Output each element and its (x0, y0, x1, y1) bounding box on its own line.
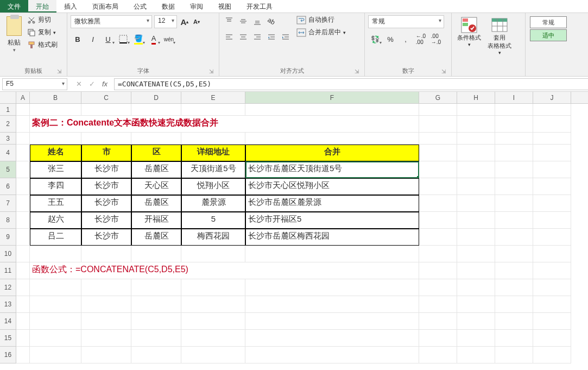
col-header-B[interactable]: B (30, 92, 81, 103)
cell[interactable] (16, 116, 30, 133)
cell[interactable] (457, 246, 495, 262)
cell[interactable] (30, 313, 81, 330)
table-cell[interactable]: 天心区 (131, 178, 181, 195)
cell[interactable] (419, 133, 457, 145)
tab-view[interactable]: 视图 (211, 0, 239, 12)
cell[interactable] (495, 296, 533, 313)
cell[interactable] (30, 347, 81, 363)
cell[interactable] (457, 347, 495, 363)
cell[interactable] (419, 296, 457, 313)
cell[interactable] (245, 296, 419, 313)
cell[interactable] (16, 195, 30, 212)
clipboard-launcher-icon[interactable]: ⇲ (56, 68, 62, 75)
table-cell[interactable]: 李四 (30, 178, 81, 195)
cell[interactable] (81, 313, 131, 330)
cell[interactable] (30, 133, 81, 145)
cell[interactable] (419, 195, 457, 212)
cell[interactable] (495, 116, 533, 133)
dec-decimal-button[interactable]: .00→.0 (429, 33, 443, 46)
table-cell[interactable]: 梅西花园 (181, 229, 245, 246)
cell[interactable] (131, 347, 181, 363)
table-cell[interactable]: 开福区 (131, 212, 181, 229)
row-header-7[interactable]: 7 (0, 195, 16, 212)
row-header-5[interactable]: 5 (0, 161, 16, 178)
row-header-9[interactable]: 9 (0, 229, 16, 246)
tab-home[interactable]: 开始 (28, 0, 56, 12)
wrap-text-button[interactable]: 自动换行 (296, 15, 346, 24)
font-color-button[interactable]: A (147, 33, 161, 46)
cell[interactable] (16, 279, 30, 296)
paste-button[interactable]: 粘贴 ▾ (3, 15, 25, 66)
cell[interactable] (16, 296, 30, 313)
style-normal[interactable]: 常规 (530, 16, 567, 28)
table-header[interactable]: 区 (131, 145, 181, 161)
row-header-2[interactable]: 2 (0, 116, 16, 133)
table-cell[interactable]: 麓景源 (181, 195, 245, 212)
cancel-formula-icon[interactable]: ✕ (73, 78, 85, 90)
cell[interactable] (533, 246, 571, 262)
tab-dev[interactable]: 开发工具 (239, 0, 280, 12)
title-cell[interactable]: 案例二：Concatente文本函数快速完成数据合并 (30, 116, 419, 133)
cell[interactable] (457, 133, 495, 145)
cell[interactable] (16, 104, 30, 116)
align-center-button[interactable] (237, 32, 250, 43)
italic-button[interactable]: I (86, 33, 100, 46)
font-launcher-icon[interactable]: ⇲ (208, 68, 214, 75)
number-launcher-icon[interactable]: ⇲ (440, 68, 447, 75)
col-header-J[interactable]: J (533, 92, 571, 103)
table-cell[interactable]: 长沙市 (81, 161, 131, 178)
fill-color-button[interactable]: 🪣 (131, 33, 146, 46)
bold-button[interactable]: B (71, 33, 85, 46)
font-name-combo[interactable]: 微软雅黑 (71, 15, 152, 28)
cell[interactable] (457, 229, 495, 246)
row-header-11[interactable]: 11 (0, 262, 16, 279)
table-cell[interactable]: 王五 (30, 195, 81, 212)
col-header-E[interactable]: E (181, 92, 245, 103)
cell[interactable] (419, 347, 457, 363)
cell[interactable] (457, 262, 495, 279)
col-header-A[interactable]: A (16, 92, 30, 103)
cell[interactable] (30, 330, 81, 347)
cell[interactable] (495, 229, 533, 246)
cell[interactable] (81, 296, 131, 313)
cell[interactable] (457, 161, 495, 178)
cell[interactable] (533, 145, 571, 161)
row-header-3[interactable]: 3 (0, 133, 16, 145)
row-header-15[interactable]: 15 (0, 330, 16, 347)
cell[interactable] (533, 104, 571, 116)
row-header-16[interactable]: 16 (0, 347, 16, 363)
cell[interactable] (419, 161, 457, 178)
cell[interactable] (16, 145, 30, 161)
cell[interactable] (16, 161, 30, 178)
cell[interactable] (181, 330, 245, 347)
align-bottom-button[interactable] (251, 15, 264, 27)
cell[interactable] (16, 133, 30, 145)
cell[interactable] (81, 246, 131, 262)
row-header-6[interactable]: 6 (0, 178, 16, 195)
cell[interactable] (16, 347, 30, 363)
cell[interactable] (181, 246, 245, 262)
cell[interactable] (419, 246, 457, 262)
cell[interactable] (181, 133, 245, 145)
cell[interactable] (245, 313, 419, 330)
cell[interactable] (533, 229, 571, 246)
cell[interactable] (181, 104, 245, 116)
cell[interactable] (495, 161, 533, 178)
name-box[interactable]: F5 (2, 78, 67, 90)
borders-button[interactable] (116, 33, 130, 46)
cell[interactable] (457, 212, 495, 229)
cell[interactable] (495, 246, 533, 262)
cell[interactable] (533, 262, 571, 279)
cell[interactable] (181, 296, 245, 313)
cell[interactable] (457, 104, 495, 116)
cell[interactable] (495, 330, 533, 347)
table-cell-merged[interactable]: 长沙市天心区悦翔小区 (245, 178, 419, 195)
cell[interactable] (81, 279, 131, 296)
cell[interactable] (419, 145, 457, 161)
row-header-8[interactable]: 8 (0, 212, 16, 229)
cell[interactable] (457, 279, 495, 296)
font-size-combo[interactable]: 12 (154, 15, 177, 28)
indent-inc-button[interactable] (279, 32, 292, 43)
table-cell[interactable]: 岳麓区 (131, 229, 181, 246)
tab-formula[interactable]: 公式 (126, 0, 154, 12)
